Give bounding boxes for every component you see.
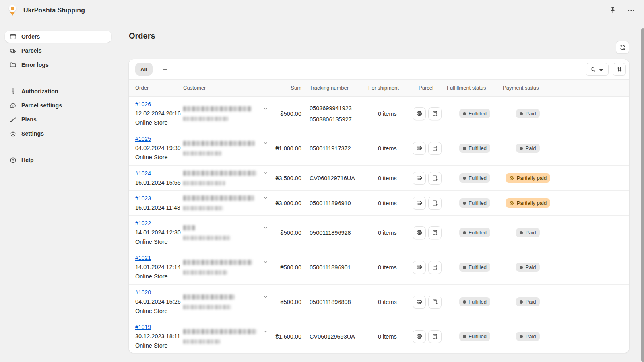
chevron-down-icon[interactable] — [262, 140, 269, 147]
plus-icon[interactable] — [159, 63, 171, 76]
sidebar-item-authorization[interactable]: Authorization — [5, 85, 111, 97]
truck-icon — [9, 47, 17, 55]
customer-phone-redacted — [183, 305, 231, 309]
tab-all[interactable]: All — [135, 63, 153, 76]
stairs-icon — [9, 115, 17, 123]
pushpin-icon[interactable] — [608, 6, 617, 15]
chevron-down-icon[interactable] — [262, 224, 269, 231]
column-header-parcel: Parcel — [413, 85, 447, 91]
chevron-down-icon[interactable] — [262, 105, 269, 112]
note-add-button[interactable] — [428, 261, 442, 274]
sidebar-item-label: Plans — [21, 116, 37, 123]
fulfillment-status-badge: Fulfilled — [459, 109, 490, 118]
sidebar-item-help[interactable]: Help — [5, 154, 111, 166]
order-date: 14.01.2024 12:14 — [135, 263, 183, 272]
order-link[interactable]: #1025 — [135, 136, 151, 142]
note-add-button[interactable] — [428, 197, 442, 210]
order-link[interactable]: #1019 — [135, 324, 151, 330]
printer-button[interactable] — [413, 296, 426, 309]
sidebar-item-plans[interactable]: Plans — [5, 113, 111, 125]
customer-phone-redacted — [183, 270, 227, 275]
order-date: 30.12.2023 18:11 — [135, 332, 183, 341]
chevron-down-icon[interactable] — [262, 328, 269, 335]
sidebar-item-label: Parcel settings — [21, 102, 62, 109]
sidebar-item-orders[interactable]: Orders — [5, 31, 111, 43]
order-link[interactable]: #1026 — [135, 101, 151, 107]
sidebar-item-settings[interactable]: Settings — [5, 128, 111, 140]
printer-button[interactable] — [413, 107, 426, 120]
printer-button[interactable] — [413, 330, 426, 343]
customer-name-redacted — [183, 106, 252, 111]
printer-button[interactable] — [413, 142, 426, 155]
for-shipment-count: 0 items — [368, 200, 413, 206]
vertical-scrollbar[interactable] — [641, 28, 644, 362]
chat-icon — [9, 101, 17, 109]
customer-cell — [183, 224, 272, 241]
refresh-icon[interactable] — [616, 41, 629, 54]
app-logo[interactable] — [6, 4, 19, 17]
sidebar-item-label: Authorization — [21, 88, 58, 95]
sidebar-item-parcels[interactable]: Parcels — [5, 45, 111, 57]
key-icon — [9, 87, 17, 95]
payment-status-badge: Paid — [516, 332, 539, 341]
printer-icon — [416, 200, 423, 206]
note-add-button[interactable] — [428, 330, 442, 343]
for-shipment-count: 0 items — [368, 333, 413, 340]
sidebar-item-error-logs[interactable]: Error logs — [5, 59, 111, 71]
note-add-icon — [431, 298, 438, 305]
printer-icon — [416, 333, 423, 340]
sidebar-item-label: Orders — [21, 33, 40, 40]
printer-button[interactable] — [413, 197, 426, 210]
note-add-button[interactable] — [428, 296, 442, 309]
tracking-number: 0500111896928 — [310, 230, 368, 236]
note-add-button[interactable] — [428, 226, 442, 239]
chevron-down-icon[interactable] — [262, 293, 269, 300]
payment-status-badge: Partially paid — [506, 173, 550, 183]
order-channel: Online Store — [135, 272, 183, 281]
order-link[interactable]: #1023 — [135, 195, 151, 202]
status-dot-icon — [463, 300, 466, 304]
table-row: #102004.01.2024 15:26Online Store₴500.00… — [129, 285, 629, 319]
chevron-down-icon[interactable] — [262, 259, 269, 266]
orders-box-icon — [9, 33, 17, 41]
order-date: 16.01.2024 11:43 — [135, 203, 183, 212]
order-channel: Online Store — [135, 118, 183, 128]
card-toolbar: All — [129, 59, 629, 79]
for-shipment-count: 0 items — [368, 299, 413, 305]
customer-cell — [183, 293, 272, 311]
ellipsis-icon[interactable] — [626, 6, 636, 15]
search-filter-button[interactable] — [586, 63, 609, 76]
order-link[interactable]: #1021 — [135, 255, 151, 261]
note-add-icon — [431, 200, 438, 206]
printer-button[interactable] — [413, 172, 426, 185]
customer-name-redacted — [183, 141, 255, 146]
gear-icon — [9, 130, 17, 138]
customer-phone-redacted — [183, 236, 231, 240]
sort-icon[interactable] — [613, 63, 626, 76]
order-link[interactable]: #1022 — [135, 220, 151, 226]
customer-name-redacted — [183, 195, 254, 201]
partially-paid-icon — [509, 200, 514, 206]
order-link[interactable]: #1024 — [135, 170, 151, 177]
order-channel: Online Store — [135, 237, 183, 247]
order-date: 14.01.2024 12:30 — [135, 228, 183, 237]
printer-button[interactable] — [413, 226, 426, 239]
status-dot-icon — [463, 177, 466, 180]
for-shipment-count: 0 items — [368, 264, 413, 271]
note-add-button[interactable] — [428, 172, 442, 185]
note-add-button[interactable] — [428, 142, 442, 155]
sidebar-item-label: Help — [21, 157, 34, 163]
customer-cell — [183, 328, 272, 345]
order-channel: Online Store — [135, 153, 183, 162]
status-dot-icon — [520, 112, 523, 115]
order-channel: Online Store — [135, 306, 183, 316]
sidebar-item-parcel-settings[interactable]: Parcel settings — [5, 99, 111, 111]
table-row: #101930.12.2023 18:11Online Store₴1,600.… — [129, 319, 629, 353]
note-add-button[interactable] — [428, 107, 442, 120]
chevron-down-icon[interactable] — [262, 169, 269, 177]
order-link[interactable]: #1020 — [135, 289, 151, 296]
order-sum: ₴1,000.00 — [272, 145, 308, 152]
chevron-down-icon[interactable] — [262, 194, 269, 202]
printer-button[interactable] — [413, 261, 426, 274]
status-dot-icon — [463, 266, 466, 269]
